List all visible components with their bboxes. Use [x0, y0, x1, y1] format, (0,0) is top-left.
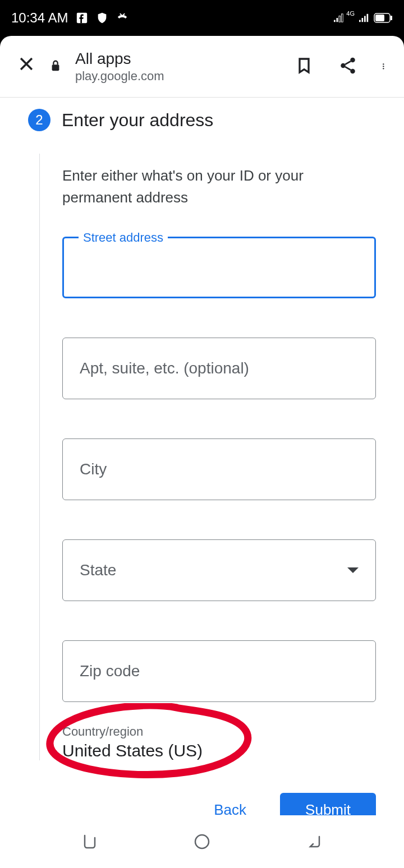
button-row: Back Submit — [62, 793, 376, 815]
more-icon[interactable] — [383, 57, 387, 77]
signal-icon-1 — [333, 12, 345, 24]
clock-time: 10:34 AM — [11, 10, 68, 26]
browser-view: All apps play.google.com 2 Enter your ad… — [0, 36, 404, 815]
chevron-down-icon — [347, 567, 359, 573]
svg-rect-6 — [362, 18, 364, 22]
step-number-badge: 2 — [28, 109, 50, 131]
apt-placeholder: Apt, suite, etc. (optional) — [80, 359, 249, 377]
city-field[interactable]: City — [62, 438, 376, 500]
form-area: Enter either what's on your ID or your p… — [39, 154, 376, 760]
back-button[interactable]: Back — [197, 793, 263, 815]
state-placeholder: State — [80, 561, 116, 579]
svg-rect-7 — [364, 16, 366, 22]
svg-rect-4 — [342, 14, 343, 22]
svg-rect-8 — [367, 14, 369, 22]
instruction-text: Enter either what's on your ID or your p… — [62, 165, 376, 209]
submit-button[interactable]: Submit — [280, 793, 376, 815]
svg-point-13 — [350, 57, 355, 62]
browser-actions — [295, 56, 387, 78]
svg-rect-2 — [337, 18, 338, 22]
page-title: All apps — [75, 50, 282, 68]
svg-point-14 — [341, 63, 346, 68]
network-label: 4G — [346, 10, 355, 17]
recent-apps-button[interactable] — [79, 830, 101, 853]
svg-point-19 — [195, 835, 209, 848]
url-block[interactable]: All apps play.google.com — [75, 50, 282, 84]
lock-icon — [49, 59, 62, 75]
nav-bar — [0, 815, 404, 868]
state-field[interactable]: State — [62, 539, 376, 601]
country-value: United States (US) — [62, 741, 376, 760]
step-title: Enter your address — [62, 110, 213, 131]
svg-rect-3 — [339, 16, 341, 22]
status-right: 4G — [333, 12, 393, 24]
apt-field[interactable]: Apt, suite, etc. (optional) — [62, 338, 376, 399]
zip-field[interactable]: Zip code — [62, 640, 376, 702]
svg-rect-12 — [52, 64, 59, 71]
home-button[interactable] — [191, 830, 213, 853]
battery-icon — [374, 12, 393, 24]
city-placeholder: City — [80, 460, 107, 478]
street-address-label: Street address — [79, 230, 168, 245]
country-block: Country/region United States (US) — [62, 724, 376, 760]
svg-point-17 — [383, 66, 384, 67]
share-icon[interactable] — [338, 56, 357, 77]
svg-rect-11 — [391, 16, 392, 20]
street-address-field[interactable]: Street address — [62, 237, 376, 298]
browser-bar: All apps play.google.com — [0, 36, 404, 98]
back-nav-button[interactable] — [303, 830, 325, 853]
step-header: 2 Enter your address — [28, 109, 376, 131]
missed-call-icon — [116, 12, 128, 24]
country-label: Country/region — [62, 724, 376, 739]
signal-icon-2 — [358, 12, 370, 24]
page-content: 2 Enter your address Enter either what's… — [0, 98, 404, 815]
bookmark-icon[interactable] — [295, 56, 313, 78]
page-url: play.google.com — [75, 69, 282, 84]
svg-point-18 — [383, 68, 384, 69]
shield-check-icon — [96, 12, 108, 24]
svg-rect-10 — [375, 15, 384, 21]
status-bar: 10:34 AM 4G — [0, 0, 404, 36]
svg-point-15 — [350, 68, 355, 73]
zip-placeholder: Zip code — [80, 662, 140, 680]
close-icon[interactable] — [17, 54, 36, 79]
svg-rect-5 — [359, 20, 361, 22]
svg-point-16 — [383, 63, 384, 64]
status-left: 10:34 AM — [11, 10, 128, 26]
svg-rect-1 — [334, 20, 336, 22]
facebook-icon — [76, 12, 88, 24]
